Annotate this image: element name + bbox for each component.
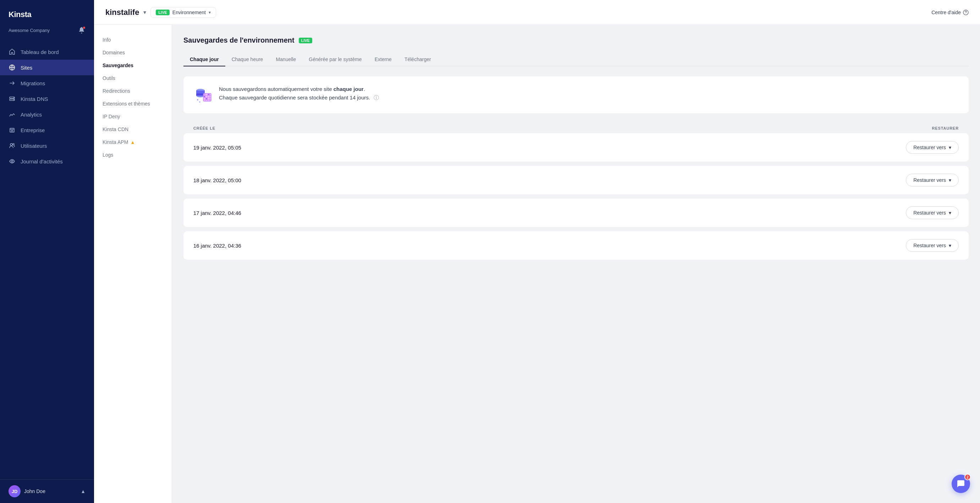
home-icon xyxy=(8,48,16,56)
sidebar-item-entreprise[interactable]: Entreprise xyxy=(0,122,94,138)
col-created: CRÉÉE LE xyxy=(193,126,215,130)
sidebar-item-analytics[interactable]: Analytics xyxy=(0,107,94,122)
sub-nav-ip-deny[interactable]: IP Deny xyxy=(94,110,172,123)
restore-chevron-1: ▾ xyxy=(949,145,951,150)
sidebar-item-tableau[interactable]: Tableau de bord xyxy=(0,44,94,60)
main-content: kinstalife ▾ LIVE Environnement ▾ Centre… xyxy=(94,0,980,503)
svg-point-3 xyxy=(13,97,14,98)
sidebar-item-dns[interactable]: Kinsta DNS xyxy=(0,91,94,107)
analytics-icon xyxy=(8,111,16,118)
svg-point-27 xyxy=(199,101,200,103)
restore-chevron-2: ▾ xyxy=(949,177,951,183)
svg-rect-15 xyxy=(203,93,211,101)
migrations-icon xyxy=(8,80,16,87)
users-icon xyxy=(8,142,16,149)
page-content: Sauvegardes de l'environnement LIVE Chaq… xyxy=(172,25,980,503)
restore-btn-4[interactable]: Restaurer vers ▾ xyxy=(906,239,959,252)
sidebar-item-journal[interactable]: Journal d'activités xyxy=(0,153,94,169)
info-text-before: Nous sauvegardons automatiquement votre … xyxy=(219,86,334,92)
topbar: kinstalife ▾ LIVE Environnement ▾ Centre… xyxy=(94,0,980,25)
backup-row: 18 janv. 2022, 05:00 Restaurer vers ▾ xyxy=(183,166,969,194)
sidebar-item-sites[interactable]: Sites xyxy=(0,60,94,75)
svg-point-24 xyxy=(206,98,207,99)
sidebar-label-analytics: Analytics xyxy=(21,112,42,118)
svg-point-6 xyxy=(10,144,13,145)
restore-chevron-4: ▾ xyxy=(949,243,951,248)
sidebar-label-journal: Journal d'activités xyxy=(21,158,63,164)
svg-point-23 xyxy=(204,96,205,97)
sidebar-footer: JD John Doe ▲ xyxy=(0,479,94,503)
chat-button[interactable]: 2 xyxy=(951,474,970,493)
sub-sidebar: Info Domaines Sauvegardes Outils Redirec… xyxy=(94,25,172,503)
brand-logo: Kinsta xyxy=(8,10,86,19)
info-text: Nous sauvegardons automatiquement votre … xyxy=(219,85,379,102)
svg-point-8 xyxy=(11,161,13,162)
page-title: Sauvegardes de l'environnement xyxy=(183,36,294,45)
env-selector[interactable]: LIVE Environnement ▾ xyxy=(150,7,216,18)
svg-point-25 xyxy=(208,94,209,95)
sub-nav-kinsta-apm[interactable]: Kinsta APM ▲ xyxy=(94,136,172,149)
sub-nav-sauvegardes[interactable]: Sauvegardes xyxy=(94,59,172,72)
tab-generee[interactable]: Générée par le système xyxy=(302,53,368,66)
sidebar: Kinsta Awesome Company Tableau de bord S… xyxy=(0,0,94,503)
env-chevron-icon: ▾ xyxy=(208,10,211,15)
sub-nav-info[interactable]: Info xyxy=(94,34,172,46)
restore-label-3: Restaurer vers xyxy=(913,210,946,216)
warning-icon: ▲ xyxy=(130,140,135,145)
tab-chaque-jour[interactable]: Chaque jour xyxy=(183,53,225,66)
dns-icon xyxy=(8,95,16,102)
svg-point-4 xyxy=(13,99,14,100)
main-nav: Tableau de bord Sites Migrations Kinsta … xyxy=(0,41,94,479)
tab-telecharger[interactable]: Télécharger xyxy=(398,53,438,66)
restore-chevron-3: ▾ xyxy=(949,210,951,216)
building-icon xyxy=(8,126,16,134)
sub-nav-extensions[interactable]: Extensions et thèmes xyxy=(94,97,172,110)
sidebar-item-migrations[interactable]: Migrations xyxy=(0,75,94,91)
sub-nav-kinsta-cdn[interactable]: Kinsta CDN xyxy=(94,123,172,136)
backup-illustration xyxy=(193,85,213,105)
backup-row: 19 janv. 2022, 05:05 Restaurer vers ▾ xyxy=(183,133,969,161)
backup-date-2: 18 janv. 2022, 05:00 xyxy=(193,177,241,183)
info-text-after: . xyxy=(364,86,365,92)
section-header: Sauvegardes de l'environnement LIVE xyxy=(183,36,969,45)
backup-date-3: 17 janv. 2022, 04:46 xyxy=(193,210,241,216)
restore-btn-1[interactable]: Restaurer vers ▾ xyxy=(906,141,959,154)
topbar-left: kinstalife ▾ LIVE Environnement ▾ xyxy=(105,7,216,18)
sidebar-item-utilisateurs[interactable]: Utilisateurs xyxy=(0,138,94,153)
restore-btn-2[interactable]: Restaurer vers ▾ xyxy=(906,174,959,187)
user-menu-chevron[interactable]: ▲ xyxy=(81,489,86,494)
site-title: kinstalife xyxy=(105,8,139,17)
sidebar-label-sites: Sites xyxy=(21,65,32,71)
tab-externe[interactable]: Externe xyxy=(368,53,398,66)
site-dropdown-arrow[interactable]: ▾ xyxy=(143,9,146,16)
env-label: Environnement xyxy=(172,10,206,15)
backup-date-4: 16 janv. 2022, 04:36 xyxy=(193,243,241,249)
user-name: John Doe xyxy=(24,489,45,494)
sidebar-label-entreprise: Entreprise xyxy=(21,127,45,133)
logo-area: Kinsta xyxy=(0,0,94,25)
help-label: Centre d'aide xyxy=(931,10,961,15)
tabs: Chaque jour Chaque heure Manuelle Généré… xyxy=(183,53,969,66)
topbar-right: Centre d'aide xyxy=(931,10,969,15)
notification-dot xyxy=(83,26,86,29)
backup-row: 17 janv. 2022, 04:46 Restaurer vers ▾ xyxy=(183,198,969,227)
user-info[interactable]: JD John Doe xyxy=(8,485,45,497)
restore-btn-3[interactable]: Restaurer vers ▾ xyxy=(906,206,959,219)
sidebar-label-tableau: Tableau de bord xyxy=(21,49,59,55)
tab-manuelle[interactable]: Manuelle xyxy=(269,53,302,66)
tab-chaque-heure[interactable]: Chaque heure xyxy=(225,53,270,66)
sub-nav-domaines[interactable]: Domaines xyxy=(94,46,172,59)
sub-nav-logs[interactable]: Logs xyxy=(94,149,172,161)
page-live-badge: LIVE xyxy=(299,38,312,43)
svg-point-7 xyxy=(13,144,14,145)
notifications-bell[interactable] xyxy=(78,26,86,34)
company-row: Awesome Company xyxy=(0,25,94,41)
info-help-icon[interactable]: ⓘ xyxy=(374,94,379,101)
sidebar-label-dns: Kinsta DNS xyxy=(21,96,48,102)
sub-nav-outils[interactable]: Outils xyxy=(94,72,172,85)
sub-nav-redirections[interactable]: Redirections xyxy=(94,85,172,97)
sidebar-label-migrations: Migrations xyxy=(21,80,45,86)
avatar: JD xyxy=(8,485,21,497)
help-link[interactable]: Centre d'aide xyxy=(931,10,969,15)
company-name: Awesome Company xyxy=(8,28,50,33)
